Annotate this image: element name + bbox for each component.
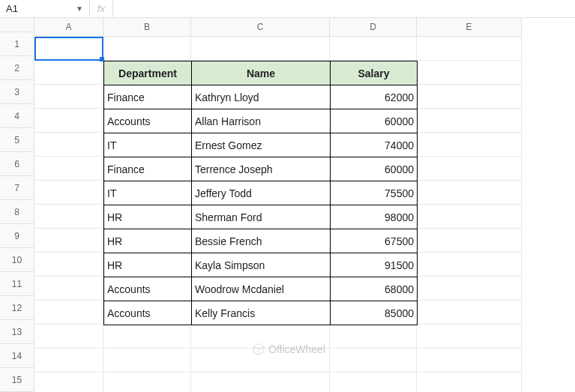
cell-name[interactable]: Woodrow Mcdaniel <box>192 277 331 301</box>
column-headers: ABCDE <box>34 18 575 37</box>
row-header-4[interactable]: 4 <box>0 104 34 128</box>
cell-name[interactable]: Kathryn Lloyd <box>192 85 331 109</box>
cell-name[interactable]: Allan Harrison <box>192 109 331 133</box>
table-row: AccountsKelly Francis85000 <box>104 301 418 325</box>
cell-reference: A1 <box>6 3 18 14</box>
table-row: FinanceKathryn Lloyd62000 <box>104 85 418 109</box>
name-box[interactable]: A1 <box>0 0 73 17</box>
cell-salary[interactable]: 74000 <box>331 133 418 157</box>
cell-salary[interactable]: 68000 <box>331 277 418 301</box>
cell-salary[interactable]: 60000 <box>331 109 418 133</box>
column-header-e[interactable]: E <box>417 18 522 37</box>
cell-salary[interactable]: 75500 <box>331 181 418 205</box>
row-header-13[interactable]: 13 <box>0 320 34 344</box>
cell-department[interactable]: Accounts <box>104 277 192 301</box>
row-headers: 123456789101112131415 <box>0 32 34 392</box>
name-box-dropdown-icon[interactable]: ▼ <box>73 4 89 13</box>
cell-department[interactable]: Accounts <box>104 109 192 133</box>
cell-salary[interactable]: 91500 <box>331 253 418 277</box>
table-row: HRBessie French67500 <box>104 229 418 253</box>
cell-department[interactable]: HR <box>104 229 192 253</box>
cell-salary[interactable]: 62000 <box>331 85 418 109</box>
cell-department[interactable]: Accounts <box>104 301 192 325</box>
cell-department[interactable]: Finance <box>104 157 192 181</box>
row-header-6[interactable]: 6 <box>0 152 34 176</box>
cell-salary[interactable]: 67500 <box>331 229 418 253</box>
row-header-8[interactable]: 8 <box>0 200 34 224</box>
cell-name[interactable]: Kayla Simpson <box>192 253 331 277</box>
header-department[interactable]: Department <box>104 61 192 85</box>
cell-salary[interactable]: 98000 <box>331 205 418 229</box>
table-row: ITErnest Gomez74000 <box>104 133 418 157</box>
cell-department[interactable]: IT <box>104 181 192 205</box>
table-row: ITJeffery Todd75500 <box>104 181 418 205</box>
cell-name[interactable]: Bessie French <box>192 229 331 253</box>
row-header-15[interactable]: 15 <box>0 368 34 392</box>
row-header-11[interactable]: 11 <box>0 272 34 296</box>
table-row: AccountsAllan Harrison60000 <box>104 109 418 133</box>
cell-department[interactable]: HR <box>104 205 192 229</box>
row-header-10[interactable]: 10 <box>0 248 34 272</box>
cell-name[interactable]: Terrence Joseph <box>192 157 331 181</box>
watermark-text: OfficeWheel <box>268 343 325 355</box>
row-header-7[interactable]: 7 <box>0 176 34 200</box>
row-header-5[interactable]: 5 <box>0 128 34 152</box>
row-header-12[interactable]: 12 <box>0 296 34 320</box>
row-header-14[interactable]: 14 <box>0 344 34 368</box>
sheet-body[interactable]: Department Name Salary FinanceKathryn Ll… <box>34 37 575 392</box>
column-header-b[interactable]: B <box>103 18 191 37</box>
row-header-2[interactable]: 2 <box>0 56 34 80</box>
spreadsheet-grid: 123456789101112131415 ABCDE Department N… <box>0 18 575 392</box>
header-name[interactable]: Name <box>192 61 331 85</box>
column-header-d[interactable]: D <box>330 18 417 37</box>
data-table: Department Name Salary FinanceKathryn Ll… <box>103 61 418 325</box>
cell-department[interactable]: IT <box>104 133 192 157</box>
cell-salary[interactable]: 85000 <box>331 301 418 325</box>
column-header-c[interactable]: C <box>191 18 330 37</box>
table-row: HRSherman Ford98000 <box>104 205 418 229</box>
table-row: FinanceTerrence Joseph60000 <box>104 157 418 181</box>
watermark: OfficeWheel <box>252 343 325 356</box>
row-header-3[interactable]: 3 <box>0 80 34 104</box>
row-header-9[interactable]: 9 <box>0 224 34 248</box>
formula-bar: A1 ▼ fx <box>0 0 575 18</box>
cell-name[interactable]: Ernest Gomez <box>192 133 331 157</box>
fx-label: fx <box>89 0 113 17</box>
table-row: HRKayla Simpson91500 <box>104 253 418 277</box>
table-header-row: Department Name Salary <box>104 61 418 85</box>
cell-name[interactable]: Jeffery Todd <box>192 181 331 205</box>
table-row: AccountsWoodrow Mcdaniel68000 <box>104 277 418 301</box>
header-salary[interactable]: Salary <box>331 61 418 85</box>
cell-name[interactable]: Sherman Ford <box>192 205 331 229</box>
cell-salary[interactable]: 60000 <box>331 157 418 181</box>
select-all-corner[interactable] <box>0 18 34 32</box>
formula-input[interactable] <box>113 0 575 17</box>
column-header-a[interactable]: A <box>34 18 103 37</box>
cell-department[interactable]: Finance <box>104 85 192 109</box>
watermark-icon <box>252 343 265 356</box>
row-header-1[interactable]: 1 <box>0 32 34 56</box>
cell-name[interactable]: Kelly Francis <box>192 301 331 325</box>
cell-department[interactable]: HR <box>104 253 192 277</box>
